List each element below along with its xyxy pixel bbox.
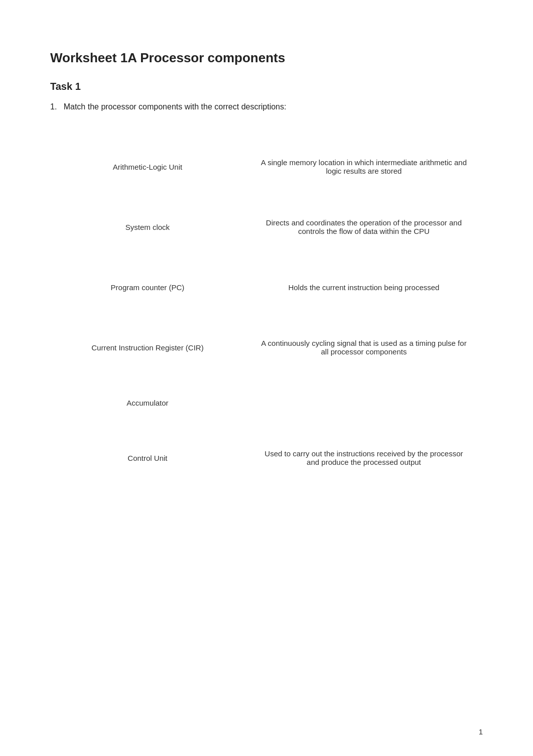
match-row-control-unit: Control Unit Used to carry out the instr… xyxy=(50,428,483,488)
page-title: Worksheet 1A Processor components xyxy=(50,50,483,66)
description-cir: Holds the current instruction being proc… xyxy=(245,273,483,302)
match-row-alu: Arithmetic-Logic Unit A single memory lo… xyxy=(50,137,483,197)
component-cir: Current Instruction Register (CIR) xyxy=(50,333,245,362)
description-alu: Used to carry out the instructions recei… xyxy=(245,439,483,476)
match-row-cir: Current Instruction Register (CIR) A con… xyxy=(50,317,483,377)
matching-exercise: Arithmetic-Logic Unit A single memory lo… xyxy=(50,137,483,488)
task-title: Task 1 xyxy=(50,81,483,92)
match-row-program-counter: Program counter (PC) Holds the current i… xyxy=(50,257,483,317)
component-accumulator: Accumulator xyxy=(50,389,245,417)
match-row-system-clock: System clock Directs and coordinates the… xyxy=(50,197,483,257)
description-system-clock: A continuously cycling signal that is us… xyxy=(245,329,483,366)
component-program-counter: Program counter (PC) xyxy=(50,273,245,302)
component-system-clock: System clock xyxy=(50,213,245,241)
component-control-unit: Control Unit xyxy=(50,444,245,472)
match-row-accumulator: Accumulator xyxy=(50,377,483,428)
component-alu: Arithmetic-Logic Unit xyxy=(50,153,245,181)
description-control-unit: Directs and coordinates the operation of… xyxy=(245,208,483,245)
page-number: 1 xyxy=(479,727,483,736)
description-accumulator: A single memory location in which interm… xyxy=(245,148,483,185)
instruction-text: 1. Match the processor components with t… xyxy=(50,102,483,111)
